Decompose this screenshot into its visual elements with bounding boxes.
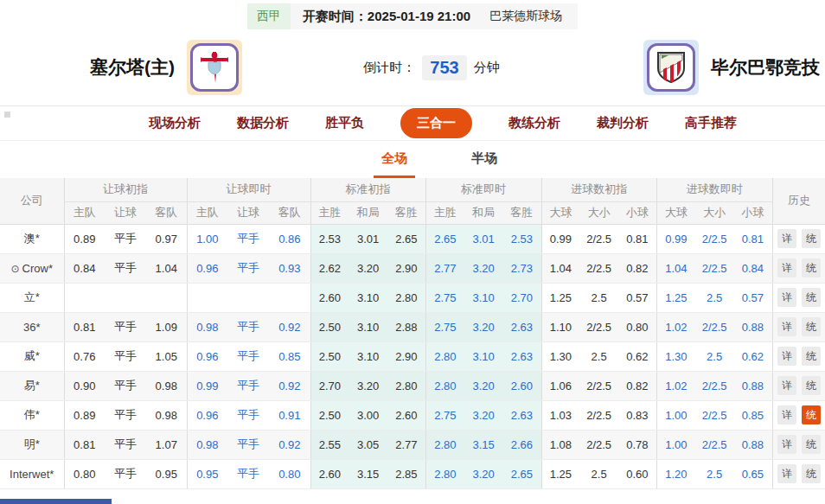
odds-cell-std_init: 2.77 [387, 430, 425, 459]
match-info-bar: 西甲 开赛时间：2025-01-19 21:00 巴莱德斯球场 [0, 3, 825, 29]
odds-cell-goals_init: 1.25 [541, 283, 579, 312]
sub-header: 主队 [64, 201, 105, 224]
tab-live-analysis[interactable]: 现场分析 [149, 115, 201, 131]
odds-cell-goals_init: 2/2.5 [579, 312, 618, 341]
stats-button[interactable]: 统 [802, 376, 821, 395]
column-header-company: 公司 [0, 178, 64, 224]
odds-row: 明*0.81平手1.070.98平手0.922.553.052.772.803.… [0, 430, 825, 459]
odds-cell-goals_live: 0.88 [733, 312, 772, 341]
countdown-unit: 分钟 [474, 60, 500, 76]
tab-expert-picks[interactable]: 高手推荐 [685, 115, 737, 131]
odds-cell-std_init: 3.10 [349, 283, 387, 312]
subtab-half-match[interactable]: 半场 [464, 141, 505, 178]
odds-cell-std_live: 2.60 [502, 371, 541, 400]
tab-win-draw-lose[interactable]: 胜平负 [325, 115, 364, 131]
subtab-full-match[interactable]: 全场 [374, 141, 415, 178]
sub-header: 主队 [187, 201, 227, 224]
detail-button[interactable]: 详 [777, 435, 796, 454]
odds-row: 伟*0.89平手0.980.96平手0.912.503.002.602.753.… [0, 400, 825, 430]
stats-button[interactable]: 统 [802, 347, 821, 366]
odds-cell-std_init: 2.60 [387, 400, 425, 430]
odds-cell-goals_live: 1.02 [656, 312, 695, 341]
odds-cell-std_init: 2.90 [387, 253, 425, 283]
odds-cell-goals_init: 0.57 [618, 283, 656, 312]
odds-cell-std_live: 3.01 [464, 224, 502, 253]
stats-button[interactable]: 统 [802, 229, 821, 248]
odds-cell-handicap_live: 0.96 [187, 341, 227, 371]
stats-button[interactable]: 统 [802, 464, 821, 483]
odds-cell-handicap_live: 平手 [227, 312, 269, 341]
odds-cell-std_live: 3.20 [464, 459, 502, 488]
stats-button[interactable]: 统 [802, 317, 821, 336]
odds-cell-std_live: 3.20 [464, 253, 502, 283]
stats-button[interactable]: 统 [802, 258, 821, 278]
odds-cell-goals_live: 1.00 [656, 430, 695, 459]
odds-cell-handicap_init: 1.04 [146, 253, 187, 283]
odds-cell-std_init: 2.80 [387, 283, 425, 312]
odds-cell-std_live: 2.80 [425, 371, 464, 400]
tab-referee-analysis[interactable]: 裁判分析 [597, 115, 649, 131]
odds-cell-goals_live: 2.5 [695, 341, 733, 371]
odds-cell-std_live: 2.65 [502, 459, 541, 488]
odds-cell-goals_live: 0.85 [733, 400, 772, 430]
history-actions: 详统 [772, 371, 825, 400]
sub-header: 客胜 [502, 201, 541, 224]
odds-cell-goals_live: 0.88 [733, 430, 772, 459]
bookmaker-name: ⊙Crow* [0, 253, 64, 283]
odds-cell-handicap_init [146, 283, 187, 312]
odds-cell-std_live: 2.66 [502, 430, 541, 459]
history-actions: 详统 [772, 253, 825, 283]
odds-cell-goals_live: 0.81 [733, 224, 772, 253]
corner-square-icon [4, 112, 10, 118]
odds-cell-handicap_init: 0.98 [146, 400, 187, 430]
detail-button[interactable]: 详 [777, 288, 796, 307]
tab-data-analysis[interactable]: 数据分析 [237, 115, 289, 131]
odds-cell-std_live: 2.80 [425, 459, 464, 488]
odds-cell-goals_init: 2/2.5 [579, 224, 618, 253]
stats-button[interactable]: 统 [802, 405, 821, 424]
bookmaker-name: Interwet* [0, 459, 64, 488]
odds-cell-handicap_init: 平手 [105, 371, 146, 400]
odds-cell-std_init: 3.10 [349, 341, 387, 371]
detail-button[interactable]: 详 [777, 317, 796, 336]
odds-cell-std_init: 2.88 [387, 312, 425, 341]
odds-cell-handicap_live: 0.93 [269, 253, 310, 283]
tab-coach-analysis[interactable]: 教练分析 [508, 115, 560, 131]
countdown-value: 753 [422, 55, 466, 80]
odds-cell-std_live: 2.63 [502, 312, 541, 341]
football-icon: ⊙ [11, 263, 20, 275]
odds-cell-handicap_init: 0.84 [64, 253, 105, 283]
athletic-bilbao-crest-icon [655, 49, 688, 86]
odds-cell-goals_live: 2/2.5 [695, 400, 733, 430]
stats-button[interactable]: 统 [802, 435, 821, 454]
sub-header: 让球 [105, 201, 146, 224]
odds-cell-handicap_init: 平手 [105, 459, 146, 488]
odds-cell-goals_live: 2/2.5 [695, 371, 733, 400]
detail-button[interactable]: 详 [777, 464, 796, 483]
detail-button[interactable]: 详 [777, 405, 796, 424]
stats-button[interactable]: 统 [802, 288, 821, 307]
tab-three-in-one[interactable]: 三合一 [400, 108, 472, 138]
bottom-tab-indicator [0, 499, 112, 504]
odds-cell-handicap_init: 平手 [105, 312, 146, 341]
league-badge: 西甲 [247, 3, 291, 29]
odds-row: 澳*0.89平手0.971.00平手0.862.533.012.652.653.… [0, 224, 825, 253]
odds-cell-goals_init: 0.99 [541, 224, 579, 253]
odds-cell-handicap_live: 0.96 [187, 253, 227, 283]
odds-cell-handicap_init: 1.05 [146, 341, 187, 371]
detail-button[interactable]: 详 [777, 347, 796, 366]
odds-cell-std_live: 3.10 [464, 341, 502, 371]
detail-button[interactable]: 详 [777, 258, 796, 278]
odds-cell-std_init: 2.53 [310, 224, 349, 253]
odds-cell-goals_init: 1.10 [541, 312, 579, 341]
detail-button[interactable]: 详 [777, 376, 796, 395]
detail-button[interactable]: 详 [777, 229, 796, 248]
history-actions: 详统 [772, 459, 825, 488]
odds-row: 易*0.90平手0.980.99平手0.922.703.202.802.803.… [0, 371, 825, 400]
odds-cell-handicap_init: 0.76 [64, 341, 105, 371]
sub-header: 客队 [269, 201, 310, 224]
odds-cell-std_init: 2.80 [387, 371, 425, 400]
odds-cell-std_init: 2.62 [310, 253, 349, 283]
odds-cell-handicap_live: 0.85 [269, 341, 310, 371]
teams-row: 塞尔塔(主) 倒计时： 753 分钟 [0, 29, 825, 105]
